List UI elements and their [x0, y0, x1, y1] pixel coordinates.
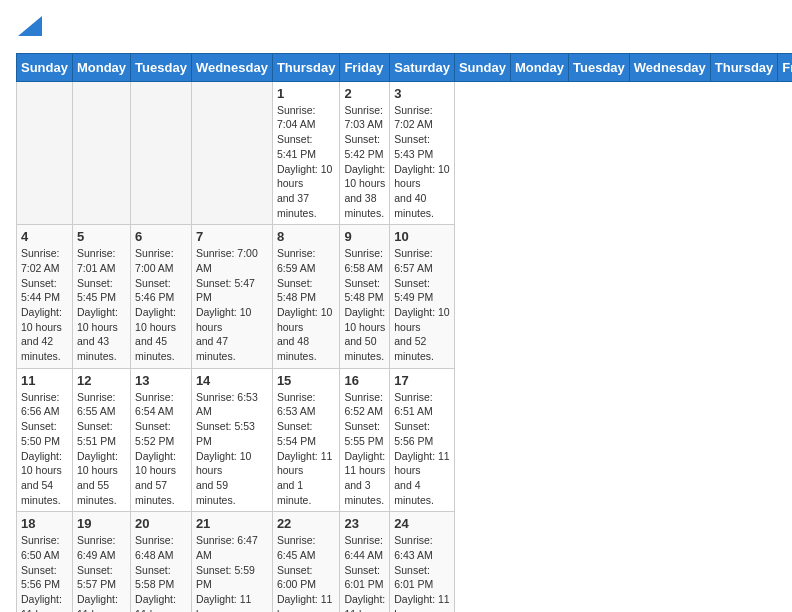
day-number: 7	[196, 229, 268, 244]
day-number: 16	[344, 373, 385, 388]
day-cell: 19Sunrise: 6:49 AM Sunset: 5:57 PM Dayli…	[72, 512, 130, 612]
week-row-2: 4Sunrise: 7:02 AM Sunset: 5:44 PM Daylig…	[17, 225, 793, 369]
day-cell: 24Sunrise: 6:43 AM Sunset: 6:01 PM Dayli…	[390, 512, 455, 612]
col-header-monday: Monday	[510, 53, 568, 81]
day-cell: 8Sunrise: 6:59 AM Sunset: 5:48 PM Daylig…	[272, 225, 340, 369]
col-header-saturday: Saturday	[390, 53, 455, 81]
day-cell: 9Sunrise: 6:58 AM Sunset: 5:48 PM Daylig…	[340, 225, 390, 369]
day-number: 20	[135, 516, 187, 531]
day-info: Sunrise: 6:43 AM Sunset: 6:01 PM Dayligh…	[394, 533, 450, 612]
day-info: Sunrise: 6:55 AM Sunset: 5:51 PM Dayligh…	[77, 390, 126, 508]
col-header-thursday: Thursday	[272, 53, 340, 81]
col-header-friday: Friday	[340, 53, 390, 81]
day-number: 19	[77, 516, 126, 531]
day-number: 2	[344, 86, 385, 101]
day-info: Sunrise: 6:54 AM Sunset: 5:52 PM Dayligh…	[135, 390, 187, 508]
week-row-1: 1Sunrise: 7:04 AM Sunset: 5:41 PM Daylig…	[17, 81, 793, 225]
col-header-sunday: Sunday	[17, 53, 73, 81]
day-number: 17	[394, 373, 450, 388]
day-number: 11	[21, 373, 68, 388]
day-cell: 6Sunrise: 7:00 AM Sunset: 5:46 PM Daylig…	[131, 225, 192, 369]
day-info: Sunrise: 6:57 AM Sunset: 5:49 PM Dayligh…	[394, 246, 450, 364]
day-number: 4	[21, 229, 68, 244]
day-number: 15	[277, 373, 336, 388]
day-number: 24	[394, 516, 450, 531]
day-info: Sunrise: 6:52 AM Sunset: 5:55 PM Dayligh…	[344, 390, 385, 508]
day-info: Sunrise: 7:02 AM Sunset: 5:43 PM Dayligh…	[394, 103, 450, 221]
day-info: Sunrise: 6:47 AM Sunset: 5:59 PM Dayligh…	[196, 533, 268, 612]
col-header-wednesday: Wednesday	[191, 53, 272, 81]
day-info: Sunrise: 6:56 AM Sunset: 5:50 PM Dayligh…	[21, 390, 68, 508]
calendar-header-row: SundayMondayTuesdayWednesdayThursdayFrid…	[17, 53, 793, 81]
day-number: 5	[77, 229, 126, 244]
day-number: 1	[277, 86, 336, 101]
day-info: Sunrise: 6:45 AM Sunset: 6:00 PM Dayligh…	[277, 533, 336, 612]
day-cell: 13Sunrise: 6:54 AM Sunset: 5:52 PM Dayli…	[131, 368, 192, 512]
day-cell: 5Sunrise: 7:01 AM Sunset: 5:45 PM Daylig…	[72, 225, 130, 369]
col-header-thursday: Thursday	[710, 53, 778, 81]
day-info: Sunrise: 6:50 AM Sunset: 5:56 PM Dayligh…	[21, 533, 68, 612]
col-header-tuesday: Tuesday	[569, 53, 630, 81]
day-number: 6	[135, 229, 187, 244]
day-cell	[17, 81, 73, 225]
day-cell: 18Sunrise: 6:50 AM Sunset: 5:56 PM Dayli…	[17, 512, 73, 612]
logo	[16, 16, 42, 41]
day-number: 14	[196, 373, 268, 388]
col-header-sunday: Sunday	[454, 53, 510, 81]
calendar-table: SundayMondayTuesdayWednesdayThursdayFrid…	[16, 53, 792, 612]
col-header-friday: Friday	[778, 53, 792, 81]
day-cell: 12Sunrise: 6:55 AM Sunset: 5:51 PM Dayli…	[72, 368, 130, 512]
day-info: Sunrise: 6:53 AM Sunset: 5:54 PM Dayligh…	[277, 390, 336, 508]
day-cell: 1Sunrise: 7:04 AM Sunset: 5:41 PM Daylig…	[272, 81, 340, 225]
day-info: Sunrise: 7:03 AM Sunset: 5:42 PM Dayligh…	[344, 103, 385, 221]
day-info: Sunrise: 6:44 AM Sunset: 6:01 PM Dayligh…	[344, 533, 385, 612]
week-row-4: 18Sunrise: 6:50 AM Sunset: 5:56 PM Dayli…	[17, 512, 793, 612]
day-info: Sunrise: 7:00 AM Sunset: 5:46 PM Dayligh…	[135, 246, 187, 364]
day-cell: 16Sunrise: 6:52 AM Sunset: 5:55 PM Dayli…	[340, 368, 390, 512]
day-cell: 2Sunrise: 7:03 AM Sunset: 5:42 PM Daylig…	[340, 81, 390, 225]
col-header-monday: Monday	[72, 53, 130, 81]
day-number: 13	[135, 373, 187, 388]
svg-marker-0	[18, 16, 42, 36]
day-number: 22	[277, 516, 336, 531]
day-number: 3	[394, 86, 450, 101]
day-number: 21	[196, 516, 268, 531]
logo-text	[16, 16, 42, 41]
day-info: Sunrise: 7:01 AM Sunset: 5:45 PM Dayligh…	[77, 246, 126, 364]
day-info: Sunrise: 6:58 AM Sunset: 5:48 PM Dayligh…	[344, 246, 385, 364]
day-cell	[72, 81, 130, 225]
day-cell: 10Sunrise: 6:57 AM Sunset: 5:49 PM Dayli…	[390, 225, 455, 369]
day-info: Sunrise: 6:53 AM Sunset: 5:53 PM Dayligh…	[196, 390, 268, 508]
day-cell: 11Sunrise: 6:56 AM Sunset: 5:50 PM Dayli…	[17, 368, 73, 512]
day-info: Sunrise: 6:48 AM Sunset: 5:58 PM Dayligh…	[135, 533, 187, 612]
day-number: 8	[277, 229, 336, 244]
day-cell: 14Sunrise: 6:53 AM Sunset: 5:53 PM Dayli…	[191, 368, 272, 512]
col-header-wednesday: Wednesday	[629, 53, 710, 81]
day-info: Sunrise: 6:51 AM Sunset: 5:56 PM Dayligh…	[394, 390, 450, 508]
day-number: 9	[344, 229, 385, 244]
day-number: 10	[394, 229, 450, 244]
day-cell: 20Sunrise: 6:48 AM Sunset: 5:58 PM Dayli…	[131, 512, 192, 612]
week-row-3: 11Sunrise: 6:56 AM Sunset: 5:50 PM Dayli…	[17, 368, 793, 512]
day-number: 12	[77, 373, 126, 388]
day-cell	[191, 81, 272, 225]
day-number: 23	[344, 516, 385, 531]
day-cell: 7Sunrise: 7:00 AM Sunset: 5:47 PM Daylig…	[191, 225, 272, 369]
day-info: Sunrise: 7:02 AM Sunset: 5:44 PM Dayligh…	[21, 246, 68, 364]
day-info: Sunrise: 6:59 AM Sunset: 5:48 PM Dayligh…	[277, 246, 336, 364]
day-cell: 22Sunrise: 6:45 AM Sunset: 6:00 PM Dayli…	[272, 512, 340, 612]
day-cell: 17Sunrise: 6:51 AM Sunset: 5:56 PM Dayli…	[390, 368, 455, 512]
day-info: Sunrise: 7:04 AM Sunset: 5:41 PM Dayligh…	[277, 103, 336, 221]
day-cell: 21Sunrise: 6:47 AM Sunset: 5:59 PM Dayli…	[191, 512, 272, 612]
day-info: Sunrise: 7:00 AM Sunset: 5:47 PM Dayligh…	[196, 246, 268, 364]
day-info: Sunrise: 6:49 AM Sunset: 5:57 PM Dayligh…	[77, 533, 126, 612]
day-cell: 3Sunrise: 7:02 AM Sunset: 5:43 PM Daylig…	[390, 81, 455, 225]
day-cell	[131, 81, 192, 225]
day-number: 18	[21, 516, 68, 531]
logo-icon	[18, 16, 42, 36]
page-header	[16, 16, 776, 41]
day-cell: 4Sunrise: 7:02 AM Sunset: 5:44 PM Daylig…	[17, 225, 73, 369]
day-cell: 23Sunrise: 6:44 AM Sunset: 6:01 PM Dayli…	[340, 512, 390, 612]
col-header-tuesday: Tuesday	[131, 53, 192, 81]
day-cell: 15Sunrise: 6:53 AM Sunset: 5:54 PM Dayli…	[272, 368, 340, 512]
